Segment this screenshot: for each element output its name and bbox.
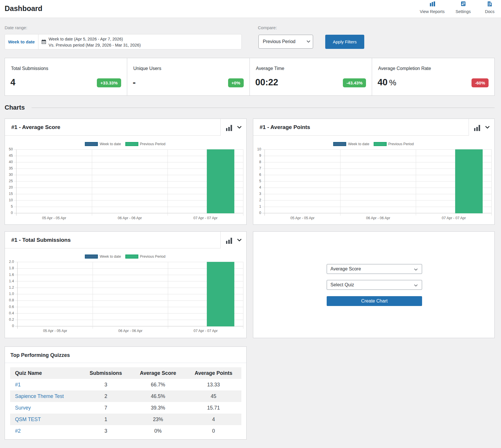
svg-text:9: 9	[259, 154, 261, 158]
svg-text:1.8: 1.8	[9, 266, 14, 270]
svg-text:1.4: 1.4	[9, 279, 14, 283]
svg-text:25: 25	[9, 179, 13, 183]
svg-text:07 Apr - 07 Apr: 07 Apr - 07 Apr	[194, 329, 218, 333]
svg-text:1.0: 1.0	[9, 292, 14, 296]
svg-text:35: 35	[9, 166, 13, 170]
svg-text:5: 5	[11, 204, 13, 209]
svg-text:Previous Period: Previous Period	[140, 255, 165, 259]
svg-text:1: 1	[259, 204, 261, 209]
svg-text:7: 7	[259, 166, 261, 170]
svg-text:Week to date: Week to date	[100, 142, 121, 146]
svg-text:0: 0	[12, 324, 14, 328]
svg-text:2.0: 2.0	[9, 260, 14, 264]
svg-text:2: 2	[259, 198, 261, 202]
svg-text:1.6: 1.6	[9, 273, 14, 277]
svg-text:Week to date: Week to date	[100, 255, 121, 259]
svg-text:4: 4	[259, 185, 261, 189]
svg-text:05 Apr - 05 Apr: 05 Apr - 05 Apr	[42, 216, 66, 220]
svg-text:10: 10	[9, 198, 13, 202]
svg-text:06 Apr - 06 Apr: 06 Apr - 06 Apr	[118, 216, 142, 220]
svg-text:15: 15	[9, 192, 13, 196]
svg-text:30: 30	[9, 173, 13, 177]
svg-text:5: 5	[259, 179, 261, 183]
svg-text:8: 8	[259, 160, 261, 164]
svg-text:50: 50	[9, 147, 13, 151]
svg-text:06 Apr - 06 Apr: 06 Apr - 06 Apr	[118, 329, 142, 333]
svg-text:06 Apr - 06 Apr: 06 Apr - 06 Apr	[366, 216, 390, 220]
svg-text:20: 20	[9, 185, 13, 189]
svg-text:3: 3	[259, 192, 261, 196]
svg-text:0: 0	[11, 211, 13, 215]
svg-text:40: 40	[9, 160, 13, 164]
svg-text:Previous Period: Previous Period	[388, 142, 414, 146]
svg-text:07 Apr - 07 Apr: 07 Apr - 07 Apr	[442, 216, 466, 220]
svg-text:10: 10	[257, 147, 261, 151]
svg-text:0.6: 0.6	[9, 305, 14, 309]
svg-text:0: 0	[259, 211, 261, 215]
svg-text:6: 6	[259, 173, 261, 177]
svg-text:0.8: 0.8	[9, 298, 14, 302]
svg-text:05 Apr - 05 Apr: 05 Apr - 05 Apr	[43, 329, 67, 333]
svg-text:Previous Period: Previous Period	[140, 142, 165, 146]
svg-text:45: 45	[9, 154, 13, 158]
svg-text:05 Apr - 05 Apr: 05 Apr - 05 Apr	[291, 216, 315, 220]
svg-text:0.4: 0.4	[9, 311, 14, 315]
svg-text:1.2: 1.2	[9, 285, 14, 290]
svg-text:07 Apr - 07 Apr: 07 Apr - 07 Apr	[193, 216, 217, 220]
svg-text:Week to date: Week to date	[348, 142, 369, 146]
svg-text:0.2: 0.2	[9, 318, 14, 322]
